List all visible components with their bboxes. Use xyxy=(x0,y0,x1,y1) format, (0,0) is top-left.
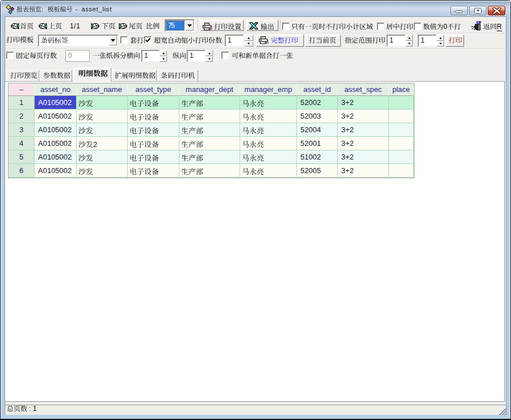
svg-text:R: R xyxy=(497,23,502,31)
svg-text:1: 1 xyxy=(190,52,194,60)
svg-text:-: - xyxy=(76,6,78,12)
svg-text:1/1: 1/1 xyxy=(70,22,80,30)
svg-text:0: 0 xyxy=(443,23,447,31)
svg-text:1: 1 xyxy=(144,52,148,60)
svg-text:asset_list: asset_list xyxy=(81,6,111,12)
svg-text:1: 1 xyxy=(421,36,425,44)
svg-text::: : xyxy=(29,405,31,413)
svg-text:2: 2 xyxy=(93,140,97,149)
svg-text:1: 1 xyxy=(228,36,232,44)
svg-text::: : xyxy=(41,6,43,12)
svg-text:0: 0 xyxy=(68,52,72,60)
svg-text:1: 1 xyxy=(389,36,393,44)
svg-text:75: 75 xyxy=(168,22,175,30)
svg-text:1: 1 xyxy=(33,405,37,413)
